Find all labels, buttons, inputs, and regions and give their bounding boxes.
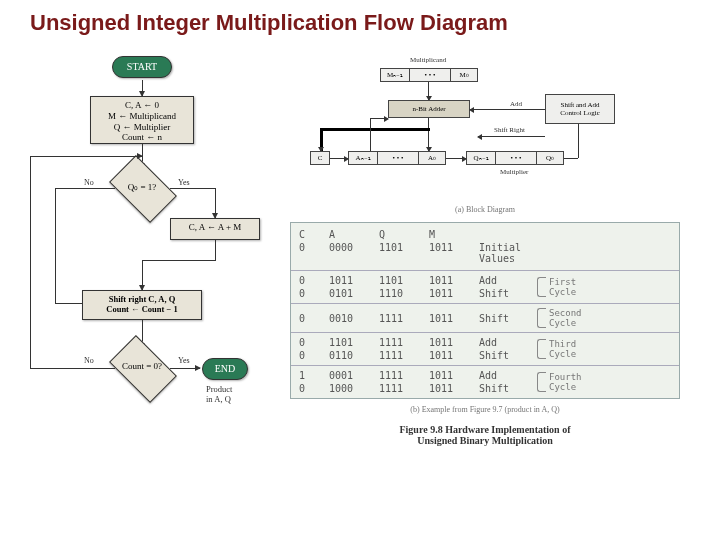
trace-cell: 1011	[429, 370, 479, 381]
trace-cycle: 10000110001111111110111011AddShiftFourth…	[291, 366, 679, 398]
trace-cell: 1011	[429, 350, 479, 361]
trace-cell: 0	[299, 337, 329, 348]
a-hi-reg: Aₙ₋₁	[348, 151, 378, 165]
line	[30, 368, 115, 369]
initial-M: 1011	[429, 242, 479, 253]
arrow-icon	[330, 158, 348, 159]
arrow-icon	[170, 368, 200, 369]
line	[578, 124, 579, 158]
cycle-label: Second Cycle	[549, 308, 669, 328]
q0-decision-text: Q₀ = 1?	[107, 182, 177, 192]
line	[428, 118, 429, 128]
q-hi-reg: Qₙ₋₁	[466, 151, 496, 165]
arrow-icon	[142, 80, 143, 96]
caption-a: (a) Block Diagram	[290, 205, 680, 214]
col-C: C	[299, 229, 329, 240]
col-M: M	[429, 229, 479, 240]
trace-cell: 1111	[379, 350, 429, 361]
q-lo-reg: Q₀	[536, 151, 564, 165]
trace-header-row: C0 A0000 Q1101 M1011 Initial Values	[291, 223, 679, 271]
line	[370, 118, 371, 151]
trace-cell: 1111	[379, 313, 429, 324]
shift-node: Shift right C, A, Q Count ← Count − 1	[82, 290, 202, 320]
content: START C, A ← 0 M ← Multiplicand Q ← Mult…	[20, 56, 700, 486]
right-column: Multiplicand Mₙ₋₁ • • • M₀ n-Bit Adder A…	[290, 56, 680, 486]
add-label: Add	[510, 100, 522, 108]
trace-cycle: 00101101011101111010111011AddShiftFirst …	[291, 271, 679, 304]
line	[170, 188, 215, 189]
trace-cell: 0101	[329, 288, 379, 299]
count-decision-text: Count = 0?	[107, 361, 177, 371]
trace-cell: 1000	[329, 383, 379, 394]
m-dots: • • •	[410, 68, 450, 82]
multiplier-label: Multiplier	[500, 168, 528, 176]
control-box: Shift and Add Control Logic	[545, 94, 615, 124]
trace-cell: 1111	[379, 337, 429, 348]
trace-cell: 0	[299, 275, 329, 286]
arrow-icon	[428, 82, 429, 100]
initial-Q: 1101	[379, 242, 429, 253]
multiplicand-label: Multiplicand	[410, 56, 446, 64]
trace-cell: 0	[299, 288, 329, 299]
trace-cell: 1011	[329, 275, 379, 286]
trace-cell: 0	[299, 383, 329, 394]
yes-label: Yes	[178, 178, 190, 187]
line	[215, 240, 216, 260]
line	[55, 188, 115, 189]
trace-cell: 0	[299, 350, 329, 361]
trace-cell: 1101	[379, 275, 429, 286]
trace-cell: 1111	[379, 383, 429, 394]
arrow-icon	[320, 131, 323, 151]
arrow-icon	[428, 131, 429, 151]
col-A: A	[329, 229, 379, 240]
trace-cell: 1111	[379, 370, 429, 381]
arrow-icon	[370, 118, 388, 119]
initial-C: 0	[299, 242, 329, 253]
trace-cell: 1	[299, 370, 329, 381]
add-node: C, A ← A + M	[170, 218, 260, 240]
cycle-label: Third Cycle	[549, 339, 669, 359]
adder-box: n-Bit Adder	[388, 100, 470, 118]
m-lo-box: M₀	[450, 68, 478, 82]
product-label: Product in A, Q	[206, 384, 266, 404]
q-dots: • • •	[496, 151, 536, 165]
arrow-icon	[30, 156, 142, 157]
line	[30, 156, 31, 368]
initial-op: Initial Values	[479, 242, 549, 264]
trace-cell: 1011	[429, 313, 479, 324]
cycle-label: Fourth Cycle	[549, 372, 669, 392]
arrow-icon	[215, 188, 216, 218]
figure-caption: Figure 9.8 Hardware Implementation of Un…	[290, 424, 680, 446]
a-lo-reg: A₀	[418, 151, 446, 165]
line	[564, 158, 578, 159]
page-title: Unsigned Integer Multiplication Flow Dia…	[30, 10, 700, 36]
cycle-label: First Cycle	[549, 277, 669, 297]
trace-cell: 0110	[329, 350, 379, 361]
trace-cycle: 00110101101111111110111011AddShiftThird …	[291, 333, 679, 366]
trace-cell: 1011	[429, 337, 479, 348]
trace-cell: 1101	[329, 337, 379, 348]
trace-cell: 0010	[329, 313, 379, 324]
trace-cell: 1110	[379, 288, 429, 299]
c-reg: C	[310, 151, 330, 165]
start-node: START	[112, 56, 172, 78]
bus	[320, 128, 430, 131]
shift-arrow	[478, 136, 545, 137]
trace-cell: 1011	[429, 275, 479, 286]
trace-cell: 1011	[429, 383, 479, 394]
initial-A: 0000	[329, 242, 379, 253]
yes-label-2: Yes	[178, 356, 190, 365]
init-node: C, A ← 0 M ← Multiplicand Q ← Multiplier…	[90, 96, 194, 144]
block-diagram: Multiplicand Mₙ₋₁ • • • M₀ n-Bit Adder A…	[290, 56, 680, 201]
no-label: No	[84, 178, 94, 187]
end-node: END	[202, 358, 248, 380]
trace-cycle: 0001011111011ShiftSecond Cycle	[291, 304, 679, 333]
shift-label: Shift Right	[494, 126, 525, 134]
arrow-icon	[446, 158, 466, 159]
trace-table: C0 A0000 Q1101 M1011 Initial Values 0010…	[290, 222, 680, 399]
caption-b: (b) Example from Figure 9.7 (product in …	[290, 405, 680, 414]
flowchart: START C, A ← 0 M ← Multiplicand Q ← Mult…	[20, 56, 280, 486]
trace-cell: 1011	[429, 288, 479, 299]
trace-cell: 0001	[329, 370, 379, 381]
no-label-2: No	[84, 356, 94, 365]
